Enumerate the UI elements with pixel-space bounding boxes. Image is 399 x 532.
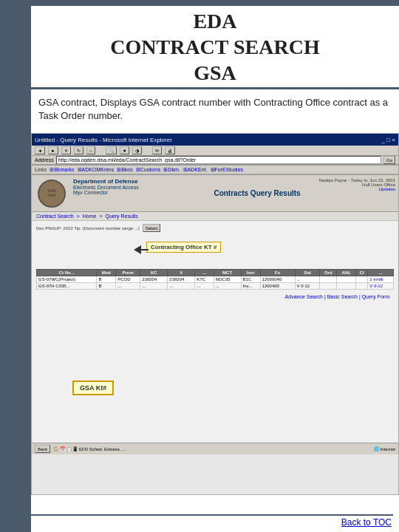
stop-button[interactable]: ✕ [61,146,71,154]
links-item-1[interactable]: ⊞Bkmarks [50,167,74,173]
browser-title-text: Untitled - Query Results - Microsoft Int… [35,137,172,143]
table-row: GS-07WC(Project) B PCOD 239204 239204 KT… [37,276,394,283]
links-item-6[interactable]: ⊞ADKEnt. [183,167,208,173]
nav-back-button[interactable]: Back [35,445,50,453]
select-button[interactable]: Select [143,224,161,232]
cell-inst-1: B1C [241,276,260,283]
cell-fo-2: 1200400 [260,283,295,290]
go-button[interactable]: Go [383,156,395,164]
left-decorative-bar [0,0,31,532]
table-header-row: Ct No... Mod Prnm KC V ... MCT Inst Fo S… [37,270,394,276]
eda-logo: DoDSeal [33,177,70,210]
cell-misc-2: V 0-12 [368,283,394,290]
back-to-toc-link[interactable]: Back to TOC [341,517,392,528]
cell-anl-2 [337,283,356,290]
cell-v-2: ... [168,283,195,290]
cell-x-1: KTC [195,276,214,283]
page-description: GSA contract, Displays GSA contract numb… [38,96,392,123]
col-header-cl: Cl [356,270,368,276]
col-header-ct: Ct No... [37,270,97,276]
annotation-arrow [141,249,149,250]
cell-kc-1: 239204 [140,276,168,283]
filter-label: Dec PNAUP: 2010 Tip: (Document number ra… [36,226,140,231]
cell-ord-1 [320,276,337,283]
update-link[interactable]: Updates [379,187,395,191]
col-header-mod: Mod [97,270,116,276]
col-header-anl: ANL [337,270,356,276]
results-area: Dec PNAUP: 2010 Tip: (Document number ra… [32,221,398,304]
status-right: 🌐 Internet [374,446,395,451]
links-item-4[interactable]: ⊞Customs [136,167,161,173]
contracting-office-annotation: Contracting Office KT # [146,242,221,253]
eda-seal: DoDSeal [38,180,66,208]
query-form-link[interactable]: Query Form [362,294,389,299]
breadcrumb-item-2[interactable]: Home [83,214,97,219]
col-header-kc: KC [140,270,168,276]
home-button[interactable]: ⌂ [86,146,95,154]
favorites-button[interactable]: ★ [120,146,129,154]
cell-prnm-1: PCOD [116,276,140,283]
cell-mod-1: B [97,276,116,283]
col-header-x: ... [195,270,214,276]
browser-status-bar: Back 🏠 📅 📋 📱 EFD Sched. Entrees. ... 🌐 I… [32,443,398,454]
bottom-rule [31,514,393,516]
address-input[interactable] [56,156,381,164]
results-table: Ct No... Mod Prnm KC V ... MCT Inst Fo S… [36,269,394,290]
eda-page-title: Contracts Query Results [197,177,317,210]
top-stripe [31,0,399,6]
cell-cl-1 [356,276,368,283]
row1-link[interactable]: 2 erntk [369,277,383,282]
nav-icons: 🏠 📅 📋 📱 EFD Sched. Entrees. ... [53,446,126,451]
cell-mct-2: ... [214,283,241,290]
cell-std-1: ... [295,276,320,283]
page-content-area: DoDSeal Department of Defense Electronic… [32,175,398,454]
row2-link[interactable]: V 0-12 [369,284,383,288]
cell-fo-1: 12000040 [260,276,295,283]
refresh-button[interactable]: ↻ [74,146,83,154]
browser-chrome: Untitled - Query Results - Microsoft Int… [32,134,398,175]
col-header-std: Std [295,270,320,276]
nav-breadcrumb: Contract Search > Home > Query Results [32,212,398,221]
basic-search-link[interactable]: Basic Search [327,294,358,299]
links-item-7[interactable]: ⊞ForEStudies [211,167,244,173]
address-label: Address [35,157,54,163]
links-item-3[interactable]: ⊞Bkos [117,167,133,173]
col-header-inst: Inst [241,270,260,276]
col-header-v: V [168,270,195,276]
cell-x-2: ... [195,283,214,290]
col-header-prnm: Prnm [116,270,140,276]
internet-zone: 🌐 Internet [374,446,395,451]
mail-button[interactable]: ✉ [152,146,162,154]
breadcrumb-item-1[interactable]: Contract Search [36,214,74,219]
cell-ct-1: GS-07WC(Project) [37,276,97,283]
user-info: Nadeja Payne - Today Is: Jun 15, 2001 Hu… [318,177,397,210]
cell-anl-1 [337,276,356,283]
search-button[interactable]: 🔍 [106,146,117,154]
cell-v-1: 239204 [168,276,195,283]
table-row: GS-07H C035... B ... ... ... ... ... Inv… [37,283,394,290]
agency-name: Department of Defense [73,178,194,185]
forward-button[interactable]: ► [48,146,58,154]
annotation-arrow-head [134,245,141,254]
table-header: Ct No... Mod Prnm KC V ... MCT Inst Fo S… [37,270,394,276]
col-header-misc: ... [368,270,394,276]
window-controls: _ □ × [382,137,395,143]
links-label: Links [35,167,47,172]
col-header-ord: Ord [320,270,337,276]
cell-std-2: V 0-12 [295,283,320,290]
cell-cl-2 [356,283,368,290]
cell-ord-2 [320,283,337,290]
links-item-5[interactable]: ⊞Dkm. [163,167,180,173]
links-item-2[interactable]: ⊞ADKOMKnms [78,167,115,173]
cell-prnm-2: ... [116,283,140,290]
history-button[interactable]: ◑ [132,146,142,154]
print-button[interactable]: 🖨 [165,146,175,154]
system-name: Electronic Document Access [73,185,194,190]
breadcrumb-item-3[interactable]: Query Results [105,214,137,219]
eda-title-block: Department of Defense Electronic Documen… [70,177,197,210]
cell-kc-2: ... [140,283,168,290]
eda-header: DoDSeal Department of Defense Electronic… [32,175,398,212]
browser-control-bar: ◄ ► ✕ ↻ ⌂ 🔍 ★ ◑ ✉ 🖨 [32,146,398,156]
advance-search-link[interactable]: Advance Search [285,294,323,299]
back-button[interactable]: ◄ [35,146,45,154]
